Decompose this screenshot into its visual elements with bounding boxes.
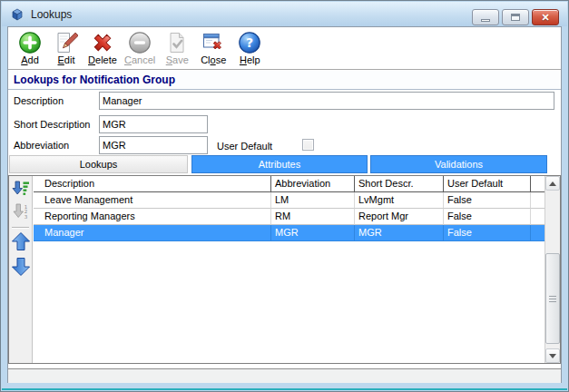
description-label: Description xyxy=(14,95,64,106)
cell: MGR xyxy=(355,225,444,241)
column-header-description[interactable]: Description xyxy=(34,176,271,192)
description-input[interactable] xyxy=(99,92,554,110)
grid-body: Leave ManagementLMLvMgmtFalseReporting M… xyxy=(34,192,544,241)
save-toolbar-button: Save xyxy=(159,29,195,69)
scrollbar-grip-icon xyxy=(549,296,556,303)
help-toolbar-label: Help xyxy=(240,54,260,66)
sort-icon xyxy=(12,180,30,201)
lookups-panel: 123 DescriptionAbbreviationShort Descr.U… xyxy=(8,175,561,364)
delete-icon xyxy=(91,30,114,54)
cell: Leave Management xyxy=(34,192,271,209)
scroll-down-icon xyxy=(549,354,556,358)
scroll-up-icon xyxy=(549,181,556,186)
vertical-scrollbar[interactable] xyxy=(544,176,560,363)
grid-header: DescriptionAbbreviationShort Descr.User … xyxy=(34,176,544,192)
maximize-button[interactable] xyxy=(502,9,529,25)
table-row-leave-management[interactable]: Leave ManagementLMLvMgmtFalse xyxy=(34,192,544,209)
tab-validations[interactable]: Validations xyxy=(370,155,547,173)
toolbar: AddEditDeleteCancelSaveClose?Help xyxy=(8,27,561,70)
side-button-strip: 123 xyxy=(9,176,33,363)
close-toolbar-label: Close xyxy=(201,54,226,66)
lookups-window: Lookups ✕ AddEditDeleteCancelSaveClose?H… xyxy=(0,0,569,392)
save-toolbar-label: Save xyxy=(166,54,189,66)
table-row-reporting-managers[interactable]: Reporting ManagersRMReport MgrFalse xyxy=(34,209,544,225)
add-toolbar-button[interactable]: Add xyxy=(12,29,48,69)
add-icon xyxy=(18,30,42,54)
side-strip-separator xyxy=(12,227,29,229)
close-toolbar-button[interactable]: Close xyxy=(195,29,231,69)
close-window-icon xyxy=(201,30,225,54)
cell-filler xyxy=(531,225,544,241)
maximize-icon xyxy=(511,14,520,21)
scroll-up-button[interactable] xyxy=(545,176,560,191)
short-description-label: Short Description xyxy=(14,119,90,130)
move-down-button[interactable] xyxy=(11,258,31,279)
status-strip xyxy=(8,368,561,383)
abbreviation-label: Abbreviation xyxy=(14,140,69,151)
sort-button[interactable] xyxy=(11,180,31,201)
edit-toolbar-button[interactable]: Edit xyxy=(48,29,84,69)
scrollbar-thumb[interactable] xyxy=(545,253,560,344)
user-default-checkbox[interactable] xyxy=(302,139,314,151)
cell: LvMgmt xyxy=(355,192,444,209)
window-title: Lookups xyxy=(31,8,72,21)
delete-toolbar-label: Delete xyxy=(88,54,117,66)
cell: False xyxy=(444,225,531,241)
cell: False xyxy=(444,209,531,225)
client-area: AddEditDeleteCancelSaveClose?Help Lookup… xyxy=(7,26,562,383)
move-down-icon xyxy=(11,257,31,280)
cancel-toolbar-button: Cancel xyxy=(121,29,159,69)
cell-filler xyxy=(531,209,544,225)
short-description-input[interactable] xyxy=(99,115,208,133)
user-default-label: User Default xyxy=(217,141,272,152)
move-up-button[interactable] xyxy=(11,232,31,254)
cancel-icon xyxy=(128,30,152,54)
move-up-icon xyxy=(11,231,31,255)
scroll-down-button[interactable] xyxy=(545,348,560,363)
close-button[interactable]: ✕ xyxy=(532,9,559,25)
window-bottom-edge xyxy=(2,388,567,390)
cell: MGR xyxy=(271,225,355,241)
column-header-user-default[interactable]: User Default xyxy=(444,176,531,192)
help-icon: ? xyxy=(238,30,261,54)
column-header-short-descr[interactable]: Short Descr. xyxy=(355,176,444,192)
cancel-toolbar-label: Cancel xyxy=(124,54,155,66)
edit-toolbar-label: Edit xyxy=(58,54,75,66)
minimize-icon xyxy=(481,19,490,22)
section-header: Lookups for Notification Group xyxy=(8,71,561,90)
cell: RM xyxy=(271,209,355,225)
tab-lookups[interactable]: Lookups xyxy=(9,155,188,173)
delete-toolbar-button[interactable]: Delete xyxy=(84,29,121,69)
help-toolbar-button[interactable]: ?Help xyxy=(231,29,268,69)
abbreviation-input[interactable] xyxy=(99,136,208,154)
minimize-button[interactable] xyxy=(472,9,499,25)
cell: False xyxy=(444,192,531,209)
title-bar[interactable]: Lookups ✕ xyxy=(2,2,567,26)
lookups-grid: DescriptionAbbreviationShort Descr.User … xyxy=(34,176,544,363)
section-title: Lookups for Notification Group xyxy=(14,74,175,86)
cell-filler xyxy=(531,192,544,209)
cell: Manager xyxy=(34,225,271,241)
column-header-abbreviation[interactable]: Abbreviation xyxy=(271,176,355,192)
table-row-manager[interactable]: ManagerMGRMGRFalse xyxy=(34,225,544,241)
close-icon: ✕ xyxy=(541,13,549,23)
svg-text:?: ? xyxy=(246,35,253,50)
sort-numeric-button: 123 xyxy=(11,202,31,224)
sort-numeric-icon: 123 xyxy=(12,202,30,224)
svg-text:3: 3 xyxy=(25,214,28,220)
cell: LM xyxy=(271,192,355,209)
edit-icon xyxy=(54,30,78,54)
add-toolbar-label: Add xyxy=(21,54,39,66)
cell: Report Mgr xyxy=(355,209,444,225)
cell: Reporting Managers xyxy=(34,209,271,225)
tab-attributes[interactable]: Attributes xyxy=(191,155,368,173)
app-cube-icon xyxy=(10,7,25,22)
save-icon xyxy=(165,30,189,54)
column-header-filler xyxy=(531,176,544,192)
